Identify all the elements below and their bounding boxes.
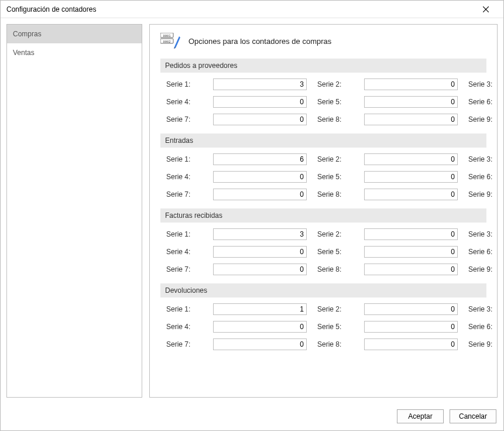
series-field: Serie 1: <box>166 78 307 90</box>
series-input[interactable] <box>213 338 307 350</box>
series-label: Serie 4: <box>166 98 208 106</box>
sidebar-item-compras[interactable]: Compras <box>7 25 142 43</box>
series-field: Serie 4: <box>166 246 307 258</box>
series-field: Serie 4: <box>166 321 307 333</box>
series-field: Serie 7: <box>166 338 307 350</box>
svg-text:0002: 0002 <box>163 40 170 43</box>
series-input[interactable] <box>213 78 307 90</box>
series-input[interactable] <box>213 153 307 165</box>
cancel-button[interactable]: Cancelar <box>450 409 496 423</box>
series-field: Serie 8: <box>317 189 458 200</box>
series-input[interactable] <box>213 321 307 333</box>
series-input[interactable] <box>213 96 307 108</box>
series-input[interactable] <box>364 114 458 125</box>
series-field: Serie 7: <box>166 114 307 125</box>
series-label: Serie 7: <box>166 190 208 199</box>
series-field: Serie 9: <box>468 264 498 275</box>
series-label: Serie 8: <box>317 190 359 199</box>
series-field: Serie 3: <box>468 153 498 165</box>
series-input[interactable] <box>364 228 458 240</box>
series-label: Serie 8: <box>317 115 359 124</box>
series-grid: Serie 1:Serie 2:Serie 3:Serie 4:Serie 5:… <box>160 228 486 283</box>
series-label: Serie 5: <box>317 323 359 331</box>
series-label: Serie 2: <box>317 230 359 238</box>
panel-header: 0001 0002 Opciones para los contadores d… <box>160 33 486 49</box>
series-field: Serie 5: <box>317 96 458 108</box>
series-field: Serie 5: <box>317 246 458 258</box>
series-input[interactable] <box>364 303 458 315</box>
series-grid: Serie 1:Serie 2:Serie 3:Serie 4:Serie 5:… <box>160 78 486 134</box>
series-field: Serie 6: <box>468 171 498 183</box>
series-input[interactable] <box>364 171 458 183</box>
content-area: ComprasVentas 0001 0002 Opciones para lo… <box>1 18 503 403</box>
series-input[interactable] <box>364 264 458 275</box>
series-field: Serie 5: <box>317 321 458 333</box>
window-title: Configuración de contadores <box>6 5 474 13</box>
series-field: Serie 1: <box>166 228 307 240</box>
series-label: Serie 6: <box>468 98 498 106</box>
series-input[interactable] <box>213 189 307 200</box>
series-field: Serie 2: <box>317 228 458 240</box>
series-label: Serie 6: <box>468 173 498 181</box>
panel-title: Opciones para los contadores de compras <box>188 37 331 46</box>
series-label: Serie 7: <box>166 340 208 348</box>
series-input[interactable] <box>364 153 458 165</box>
series-grid: Serie 1:Serie 2:Serie 3:Serie 4:Serie 5:… <box>160 153 486 208</box>
series-input[interactable] <box>364 246 458 258</box>
series-input[interactable] <box>364 189 458 200</box>
dialog-window: Configuración de contadores ComprasVenta… <box>0 0 504 431</box>
series-input[interactable] <box>364 78 458 90</box>
series-field: Serie 5: <box>317 171 458 183</box>
series-label: Serie 5: <box>317 98 359 106</box>
series-input[interactable] <box>364 338 458 350</box>
series-label: Serie 3: <box>468 305 498 313</box>
series-label: Serie 3: <box>468 80 498 88</box>
series-input[interactable] <box>213 171 307 183</box>
series-label: Serie 1: <box>166 305 208 313</box>
series-label: Serie 5: <box>317 248 359 256</box>
series-field: Serie 9: <box>468 189 498 200</box>
series-input[interactable] <box>213 114 307 125</box>
sidebar: ComprasVentas <box>6 24 142 398</box>
series-label: Serie 4: <box>166 248 208 256</box>
series-label: Serie 2: <box>317 80 359 88</box>
series-field: Serie 6: <box>468 321 498 333</box>
series-input[interactable] <box>364 321 458 333</box>
series-label: Serie 6: <box>468 323 498 331</box>
series-field: Serie 7: <box>166 189 307 200</box>
series-field: Serie 2: <box>317 153 458 165</box>
series-label: Serie 4: <box>166 173 208 181</box>
series-input[interactable] <box>213 246 307 258</box>
series-input[interactable] <box>364 96 458 108</box>
close-button[interactable] <box>474 1 498 18</box>
series-label: Serie 1: <box>166 80 208 88</box>
series-label: Serie 7: <box>166 115 208 124</box>
series-field: Serie 6: <box>468 96 498 108</box>
series-input[interactable] <box>213 303 307 315</box>
counters-icon: 0001 0002 <box>160 33 180 49</box>
series-label: Serie 3: <box>468 230 498 238</box>
series-field: Serie 3: <box>468 78 498 90</box>
series-input[interactable] <box>213 264 307 275</box>
series-label: Serie 2: <box>317 305 359 313</box>
series-field: Serie 8: <box>317 114 458 125</box>
series-label: Serie 1: <box>166 155 208 163</box>
series-label: Serie 5: <box>317 173 359 181</box>
series-input[interactable] <box>213 228 307 240</box>
series-label: Serie 7: <box>166 265 208 273</box>
series-label: Serie 9: <box>468 265 498 273</box>
accept-button[interactable]: Aceptar <box>397 409 444 423</box>
section-head: Entradas <box>160 134 486 148</box>
section-head: Devoluciones <box>160 283 486 297</box>
series-field: Serie 1: <box>166 153 307 165</box>
series-label: Serie 3: <box>468 155 498 163</box>
series-field: Serie 3: <box>468 228 498 240</box>
series-label: Serie 9: <box>468 115 498 124</box>
series-label: Serie 8: <box>317 265 359 273</box>
sidebar-item-ventas[interactable]: Ventas <box>7 43 142 62</box>
series-grid: Serie 1:Serie 2:Serie 3:Serie 4:Serie 5:… <box>160 303 486 358</box>
series-field: Serie 9: <box>468 338 498 350</box>
series-label: Serie 9: <box>468 190 498 199</box>
close-icon <box>483 6 489 12</box>
series-label: Serie 9: <box>468 340 498 348</box>
